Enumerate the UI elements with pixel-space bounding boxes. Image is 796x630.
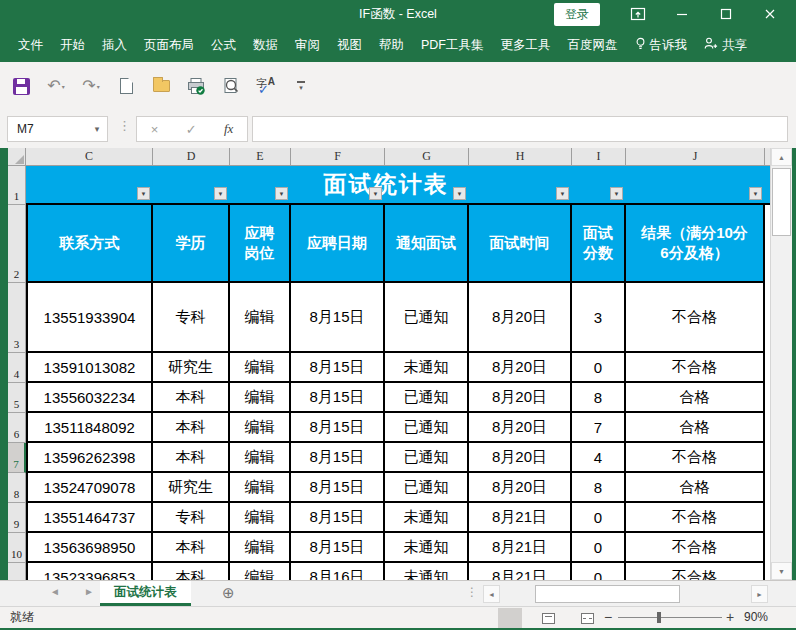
cell-C5[interactable]: 13556032234 [26,383,153,413]
spell-check-icon[interactable]: 字A✓ [255,75,277,97]
menu-item-10[interactable]: 更多工具 [501,37,551,54]
menu-item-9[interactable]: PDF工具集 [421,37,484,54]
column-header-I[interactable]: I [572,148,626,165]
cell-C4[interactable]: 13591013082 [26,353,153,383]
cell-G11[interactable]: 未通知 [385,563,469,580]
cell-E9[interactable]: 编辑 [230,503,291,533]
row-header-7[interactable]: 7 [8,443,26,473]
cell-C10[interactable]: 13563698950 [26,533,153,563]
menu-item-3[interactable]: 页面布局 [144,37,194,54]
enter-icon[interactable]: ✓ [186,122,197,137]
filter-button-F[interactable]: ▼ [369,187,382,200]
cell-I5[interactable]: 8 [572,383,626,413]
cell-H4[interactable]: 8月20日 [469,353,572,383]
cell-I3[interactable]: 3 [572,283,626,353]
column-header-G[interactable]: G [385,148,469,165]
hscroll-left-icon[interactable]: ◄ [483,585,500,603]
column-header-F[interactable]: F [291,148,385,165]
name-box[interactable]: M7 ▾ [7,116,108,142]
cell-G4[interactable]: 未通知 [385,353,469,383]
formula-input[interactable] [252,116,788,142]
name-box-dropdown-icon[interactable]: ▾ [87,124,107,134]
save-icon[interactable] [10,75,32,97]
cell-I9[interactable]: 0 [572,503,626,533]
cell-I11[interactable]: 0 [572,563,626,580]
cell-G7[interactable]: 已通知 [385,443,469,473]
page-break-view-icon[interactable] [575,608,599,628]
cell-F7[interactable]: 8月15日 [291,443,385,473]
cell-I10[interactable]: 0 [572,533,626,563]
scroll-down-icon[interactable]: ▼ [771,562,792,580]
cell-G10[interactable]: 未通知 [385,533,469,563]
cell-H7[interactable]: 8月20日 [469,443,572,473]
cell-G3[interactable]: 已通知 [385,283,469,353]
header-cell-H2[interactable]: 面试时间 [469,205,572,283]
cell-J8[interactable]: 合格 [626,473,765,503]
cell-C7[interactable]: 13596262398 [26,443,153,473]
menu-item-4[interactable]: 公式 [211,37,236,54]
horizontal-scrollbar-thumb[interactable] [535,585,680,603]
cell-C9[interactable]: 13551464737 [26,503,153,533]
cell-F4[interactable]: 8月15日 [291,353,385,383]
cell-C6[interactable]: 13511848092 [26,413,153,443]
cell-J7[interactable]: 不合格 [626,443,765,473]
zoom-slider-thumb[interactable] [657,612,661,623]
cell-H8[interactable]: 8月20日 [469,473,572,503]
cell-D3[interactable]: 专科 [153,283,230,353]
cell-G8[interactable]: 已通知 [385,473,469,503]
cell-D10[interactable]: 本科 [153,533,230,563]
row-header-5[interactable]: 5 [8,383,26,413]
cell-F9[interactable]: 8月15日 [291,503,385,533]
filter-button-H[interactable]: ▼ [556,187,569,200]
cell-H11[interactable]: 8月21日 [469,563,572,580]
cell-H6[interactable]: 8月20日 [469,413,572,443]
cell-I4[interactable]: 0 [572,353,626,383]
column-header-E[interactable]: E [230,148,291,165]
cancel-icon[interactable]: × [151,122,159,137]
cell-D5[interactable]: 本科 [153,383,230,413]
row-header-10[interactable]: 10 [8,533,26,563]
menu-item-13[interactable]: 共享 [704,37,747,54]
hscroll-right-icon[interactable]: ► [751,585,768,603]
cell-F3[interactable]: 8月15日 [291,283,385,353]
row-header-8[interactable]: 8 [8,473,26,503]
zoom-slider-track[interactable] [618,617,722,618]
vertical-scrollbar-thumb[interactable] [772,168,791,236]
cell-F6[interactable]: 8月15日 [291,413,385,443]
cell-C11[interactable]: 13523396853 [26,563,153,580]
menu-item-2[interactable]: 插入 [102,37,127,54]
new-sheet-icon[interactable]: ⊕ [222,584,235,602]
cell-G9[interactable]: 未通知 [385,503,469,533]
redo-icon[interactable]: ↷▾ [80,75,102,97]
row-header-2[interactable]: 2 [8,205,26,283]
cell-E4[interactable]: 编辑 [230,353,291,383]
menu-item-file[interactable]: 文件 [18,37,43,54]
menu-item-12[interactable]: 告诉我 [635,37,688,54]
normal-view-icon[interactable] [498,608,522,628]
close-button[interactable] [755,1,785,27]
cell-J6[interactable]: 合格 [626,413,765,443]
menu-item-8[interactable]: 帮助 [379,37,404,54]
cell-E5[interactable]: 编辑 [230,383,291,413]
undo-icon[interactable]: ↶▾ [45,75,67,97]
merged-title-cell[interactable]: 面试统计表▼▼▼▼▼▼▼▼ [26,166,770,205]
menu-item-6[interactable]: 审阅 [295,37,320,54]
cell-J11[interactable]: 不合格 [626,563,765,580]
header-cell-J2[interactable]: 结果（满分10分 6分及格） [626,205,765,283]
cell-F10[interactable]: 8月15日 [291,533,385,563]
minimize-button[interactable] [667,1,697,27]
zoom-in-icon[interactable]: + [726,607,734,628]
login-button[interactable]: 登录 [554,3,600,26]
column-header-J[interactable]: J [626,148,765,165]
filter-button-C[interactable]: ▼ [137,187,150,200]
row-header-11[interactable]: 11 [8,563,26,580]
sheet-tab-active[interactable]: 面试统计表 [100,581,191,606]
cell-H9[interactable]: 8月21日 [469,503,572,533]
header-cell-I2[interactable]: 面试 分数 [572,205,626,283]
cell-E11[interactable]: 编辑 [230,563,291,580]
print-preview-icon[interactable] [220,75,242,97]
cell-E8[interactable]: 编辑 [230,473,291,503]
column-header-H[interactable]: H [469,148,572,165]
open-folder-icon[interactable] [150,75,172,97]
cell-F5[interactable]: 8月15日 [291,383,385,413]
